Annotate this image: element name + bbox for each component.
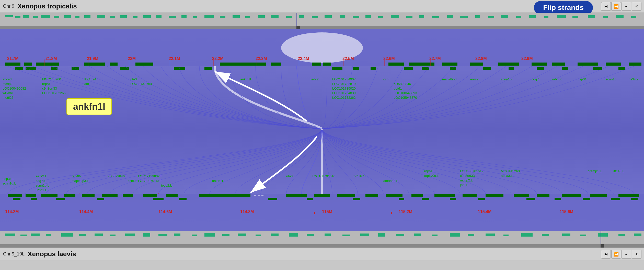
- svg-text:mapk8ip3.L: mapk8ip3.L: [72, 179, 89, 183]
- bottom-header: Chr 9_10L Xenopus laevis ⏮ ⏪ « <: [0, 248, 644, 260]
- bottom-species-title: Xenopus laevis: [28, 250, 76, 258]
- svg-rect-30: [340, 15, 345, 18]
- nav-first-button[interactable]: ⏮: [601, 2, 611, 11]
- svg-text:22.6M: 22.6M: [383, 56, 395, 61]
- svg-text:ears2: ears2: [470, 77, 479, 81]
- svg-rect-76: [271, 63, 281, 66]
- svg-text:scnn1g: scnn1g: [606, 77, 616, 81]
- svg-rect-77: [312, 63, 321, 66]
- svg-rect-36: [419, 15, 424, 18]
- svg-text:XB5829846.L: XB5829846.L: [107, 174, 128, 178]
- svg-text:amdhd2.L: amdhd2.L: [383, 179, 398, 183]
- svg-rect-83: [498, 63, 519, 66]
- svg-text:22.9M: 22.9M: [521, 56, 533, 61]
- svg-rect-22: [233, 15, 240, 18]
- svg-text:114.6M: 114.6M: [158, 210, 172, 214]
- svg-rect-149: [478, 198, 485, 200]
- svg-rect-27: [299, 15, 304, 18]
- svg-rect-20: [204, 15, 214, 18]
- svg-rect-40: [475, 15, 480, 18]
- svg-rect-256: [256, 235, 261, 236]
- svg-text:115.6M: 115.6M: [560, 210, 573, 214]
- svg-rect-8: [64, 15, 71, 18]
- svg-rect-163: [314, 212, 315, 214]
- svg-rect-257: [271, 234, 279, 236]
- svg-rect-270: [503, 235, 509, 236]
- svg-rect-97: [353, 67, 359, 70]
- svg-rect-277: [634, 234, 641, 236]
- svg-rect-19: [193, 16, 197, 18]
- svg-rect-268: [468, 234, 474, 236]
- svg-rect-240: [5, 234, 15, 236]
- svg-rect-248: [125, 234, 135, 236]
- svg-text:scnn1b: scnn1b: [501, 77, 512, 81]
- svg-rect-100: [422, 67, 429, 70]
- svg-text:cramp1.L: cramp1.L: [588, 169, 602, 173]
- svg-rect-86: [578, 63, 598, 66]
- svg-text:22.2M: 22.2M: [212, 56, 223, 61]
- svg-rect-241: [20, 235, 27, 236]
- svg-rect-84: [532, 63, 547, 66]
- svg-rect-24: [258, 15, 265, 18]
- svg-rect-130: [463, 194, 477, 197]
- svg-text:114.2M: 114.2M: [5, 210, 19, 214]
- svg-text:tedc2: tedc2: [310, 77, 319, 81]
- svg-text:tbc1d24: tbc1d24: [84, 77, 96, 81]
- svg-rect-103: [509, 67, 514, 70]
- svg-rect-18: [181, 15, 187, 18]
- svg-text:c9h8orf33.L: c9h8orf33.L: [460, 174, 478, 178]
- svg-rect-142: [179, 198, 187, 200]
- svg-rect-78: [323, 63, 331, 66]
- bottom-nav-controls: ⏮ ⏪ « <: [601, 250, 641, 259]
- svg-rect-275: [598, 233, 608, 237]
- nav-prev-button[interactable]: «: [622, 2, 631, 11]
- synteny-svg: 21.7M 21.8M 21.9M 22M 22.1M 22.2M 22.3M …: [0, 29, 644, 231]
- svg-rect-43: [516, 16, 521, 18]
- bottom-nav-prev-far-button[interactable]: ⏪: [611, 250, 621, 259]
- svg-rect-251: [174, 234, 180, 236]
- svg-rect-135: [590, 194, 607, 197]
- svg-rect-44: [529, 15, 536, 18]
- svg-rect-42: [501, 15, 508, 18]
- svg-text:MGC145260.L: MGC145260.L: [501, 169, 523, 173]
- svg-rect-126: [365, 194, 378, 197]
- svg-rect-87: [606, 63, 621, 66]
- svg-rect-12: [110, 16, 115, 18]
- svg-rect-31: [353, 16, 359, 18]
- flip-strands-button[interactable]: Flip strands: [534, 1, 593, 14]
- bottom-nav-back-button[interactable]: <: [632, 250, 641, 259]
- svg-rect-150: [526, 198, 535, 200]
- svg-text:cog7.L: cog7.L: [36, 179, 46, 183]
- svg-rect-273: [562, 234, 570, 236]
- svg-rect-239: [601, 244, 604, 248]
- svg-text:ntn3.L: ntn3.L: [286, 174, 295, 178]
- svg-rect-269: [486, 234, 495, 236]
- svg-rect-139: [56, 198, 65, 200]
- top-chr-label: Chr 9: [3, 4, 14, 9]
- nav-prev-far-button[interactable]: ⏪: [611, 2, 621, 11]
- svg-text:XB5829846: XB5829846: [394, 82, 411, 86]
- bottom-nav-first-button[interactable]: ⏮: [601, 250, 611, 259]
- bottom-nav-prev-button[interactable]: «: [622, 250, 631, 259]
- svg-text:22.5M: 22.5M: [342, 56, 354, 61]
- svg-rect-146: [399, 198, 404, 200]
- svg-text:LOC108701619: LOC108701619: [460, 169, 484, 173]
- top-nav-controls: ⏮ ⏪ « <: [601, 2, 641, 11]
- nav-back-button[interactable]: <: [632, 2, 641, 11]
- svg-rect-16: [156, 15, 162, 18]
- tooltip-gene-name: ankfn1l: [73, 101, 105, 112]
- svg-text:mettl26: mettl26: [3, 96, 14, 100]
- svg-rect-15: [143, 15, 151, 18]
- svg-text:tedc2.L: tedc2.L: [161, 183, 172, 187]
- svg-rect-111: [26, 194, 36, 197]
- svg-rect-242: [31, 234, 40, 236]
- svg-rect-278: [601, 231, 601, 244]
- svg-rect-10: [84, 15, 90, 18]
- svg-rect-245: [79, 234, 86, 236]
- svg-rect-96: [332, 67, 342, 70]
- svg-text:22.8M: 22.8M: [475, 56, 487, 61]
- svg-text:115.4M: 115.4M: [478, 210, 491, 214]
- svg-rect-132: [514, 194, 529, 197]
- svg-rect-255: [238, 234, 246, 236]
- svg-rect-252: [192, 235, 197, 236]
